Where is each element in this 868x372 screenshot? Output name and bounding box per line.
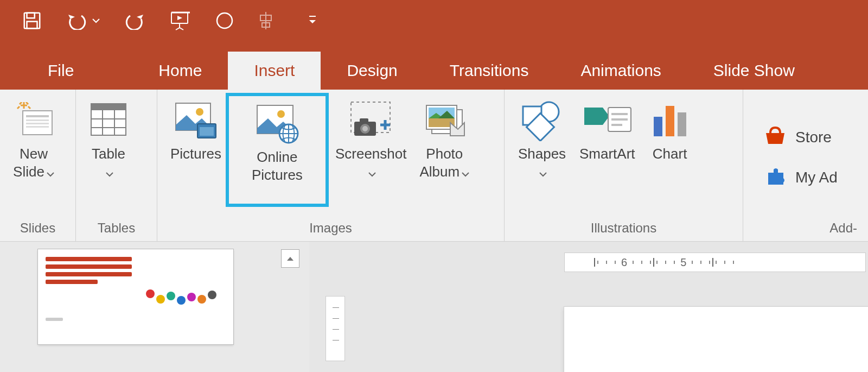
smartart-icon [581, 98, 633, 142]
ruler-mark: 5 [680, 256, 686, 269]
group-images-label: Images [164, 220, 497, 239]
svg-rect-2 [27, 21, 37, 28]
slide-thumbnail-panel [0, 242, 271, 372]
svg-rect-24 [360, 118, 368, 123]
screenshot-icon [348, 98, 394, 142]
photo-album-icon [420, 98, 469, 142]
new-slide-label: New Slide [13, 146, 48, 180]
store-icon [764, 125, 787, 150]
shapes-icon [518, 98, 566, 142]
svg-rect-38 [654, 117, 662, 136]
pictures-icon [174, 98, 218, 142]
svg-point-4 [217, 13, 232, 28]
svg-rect-12 [26, 126, 49, 128]
group-tables: Table Tables [76, 90, 157, 241]
online-pictures-icon [254, 102, 301, 145]
table-button[interactable]: Table [82, 95, 135, 209]
group-addins: Store My Ad Add- [743, 90, 868, 241]
my-addins-button[interactable]: My Ad [764, 165, 838, 191]
shapes-button[interactable]: Shapes [511, 95, 573, 209]
group-slides-label: Slides [7, 220, 69, 239]
tab-design[interactable]: Design [321, 52, 423, 90]
group-tables-label: Tables [82, 220, 150, 239]
chart-icon [648, 98, 692, 142]
undo-icon[interactable] [65, 11, 100, 30]
chevron-down-icon [368, 163, 376, 181]
svg-rect-39 [666, 106, 674, 136]
photo-album-label: Photo Album [419, 146, 463, 180]
photo-album-button[interactable]: Photo Album [413, 95, 476, 209]
online-pictures-button[interactable]: Online Pictures [226, 93, 329, 207]
addins-icon [764, 165, 787, 191]
svg-point-20 [277, 110, 285, 118]
ruler-mark: 6 [621, 256, 627, 269]
chevron-down-icon [462, 163, 469, 181]
svg-rect-36 [611, 118, 628, 121]
scroll-up-button[interactable] [281, 249, 299, 268]
svg-rect-35 [611, 113, 628, 115]
ribbon-tabs: File Home Insert Design Transitions Anim… [0, 41, 868, 90]
shapes-label: Shapes [518, 146, 566, 162]
group-illustrations: Shapes SmartArt [505, 90, 743, 241]
table-icon [89, 98, 128, 142]
svg-rect-10 [26, 119, 49, 121]
chevron-down-icon[interactable] [92, 18, 100, 23]
record-icon[interactable] [215, 11, 234, 30]
save-icon[interactable] [22, 10, 42, 31]
svg-rect-7 [309, 16, 316, 17]
pictures-label: Pictures [170, 145, 221, 163]
new-slide-button[interactable]: New Slide [7, 95, 61, 209]
store-label: Store [795, 129, 832, 146]
slideshow-from-beginning-icon[interactable] [169, 10, 192, 31]
vertical-ruler [326, 296, 345, 361]
svg-rect-40 [678, 112, 686, 136]
thumb-image [136, 257, 226, 337]
thumb-text [46, 257, 132, 337]
tab-animations[interactable]: Animations [554, 52, 687, 90]
group-slides: New Slide Slides [0, 90, 76, 241]
quick-access-toolbar [0, 0, 868, 41]
screenshot-button[interactable]: Screenshot [329, 95, 413, 209]
group-illustrations-label: Illustrations [511, 220, 736, 239]
tab-home[interactable]: Home [132, 52, 228, 90]
work-area: 6 5 [0, 242, 868, 372]
smartart-button[interactable]: SmartArt [573, 95, 642, 209]
chevron-down-icon [539, 163, 547, 181]
new-slide-icon [13, 98, 54, 142]
tab-file[interactable]: File [22, 52, 111, 90]
ribbon: New Slide Slides Table Tables [0, 90, 868, 242]
slide-canvas: 6 5 [309, 242, 868, 372]
thumbnail-scrollbar [271, 242, 309, 372]
chart-label: Chart [653, 145, 687, 163]
svg-rect-14 [91, 104, 126, 110]
tab-insert[interactable]: Insert [228, 52, 321, 90]
group-addins-label: Add- [750, 220, 861, 239]
chevron-down-icon [47, 163, 54, 181]
align-icon[interactable] [257, 11, 275, 30]
chevron-down-icon [106, 163, 113, 181]
smartart-label: SmartArt [579, 145, 635, 163]
slide-thumbnail[interactable] [38, 249, 233, 344]
svg-rect-9 [26, 115, 49, 117]
svg-point-16 [196, 108, 203, 116]
horizontal-ruler: 6 5 [564, 253, 866, 272]
svg-point-26 [362, 126, 368, 131]
my-addins-label: My Ad [795, 169, 838, 186]
group-images: Pictures Online Pictures [157, 90, 505, 241]
table-label: Table [92, 146, 125, 162]
redo-icon[interactable] [123, 11, 146, 30]
online-pictures-label: Online Pictures [252, 148, 303, 184]
tab-slideshow[interactable]: Slide Show [687, 52, 821, 90]
qat-more-icon[interactable] [308, 15, 317, 27]
store-button[interactable]: Store [764, 125, 832, 150]
tab-transitions[interactable]: Transitions [424, 52, 555, 90]
chart-button[interactable]: Chart [642, 95, 698, 209]
svg-rect-37 [611, 124, 622, 126]
pictures-button[interactable]: Pictures [164, 95, 228, 209]
slide-editor[interactable] [564, 307, 868, 372]
svg-rect-1 [27, 12, 35, 18]
screenshot-label: Screenshot [335, 146, 407, 162]
svg-rect-11 [26, 123, 49, 124]
svg-rect-18 [200, 127, 214, 136]
